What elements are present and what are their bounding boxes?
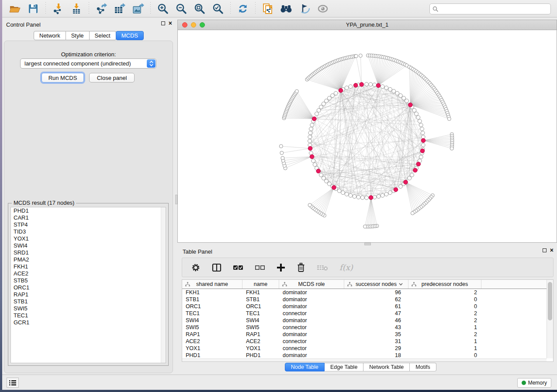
sort-chevron-icon[interactable] (399, 283, 403, 285)
search-field[interactable] (429, 3, 551, 14)
mcds-result-item[interactable]: STB5 (11, 277, 166, 284)
zoom-out-icon[interactable] (174, 2, 189, 16)
mcds-result-item[interactable]: TEC1 (11, 312, 166, 319)
zoom-window-icon[interactable] (200, 22, 205, 28)
table-row[interactable]: PHD1PHD1dominator180 (182, 352, 553, 359)
delete-column-icon[interactable] (297, 263, 305, 272)
network-leaf-node[interactable] (354, 54, 358, 58)
column-header-predecessor-nodes[interactable]: predecessor nodes (408, 280, 481, 289)
close-panel-icon[interactable]: × (169, 21, 172, 25)
select-all-checkboxes-icon[interactable] (233, 265, 243, 271)
table-cell[interactable]: connector (279, 345, 344, 352)
table-cell[interactable]: 0 (408, 303, 481, 310)
table-cell[interactable]: ACE2 (182, 338, 242, 345)
run-mcds-button[interactable]: Run MCDS (42, 73, 84, 83)
mcds-result-item[interactable]: RAP1 (11, 291, 166, 298)
table-cell[interactable]: STB1 (182, 296, 242, 303)
refresh-layout-icon[interactable] (235, 2, 250, 16)
table-row[interactable]: FKH1FKH1dominator962 (182, 289, 553, 296)
network-node[interactable] (421, 131, 425, 135)
mcds-result-item[interactable]: FKH1 (11, 263, 166, 270)
mcds-hub-node[interactable] (316, 169, 321, 173)
table-cell[interactable]: 35 (344, 331, 408, 338)
zoom-selected-icon[interactable] (211, 2, 225, 16)
network-canvas[interactable] (178, 30, 557, 242)
mcds-hub-node[interactable] (353, 83, 358, 88)
table-cell[interactable]: 2 (408, 289, 481, 296)
network-leaf-node[interactable] (411, 211, 414, 215)
network-node[interactable] (410, 173, 414, 177)
network-leaf-node[interactable] (280, 151, 284, 155)
close-panel-button[interactable]: Close panel (89, 73, 135, 83)
vertical-splitter-handle[interactable] (175, 195, 177, 204)
table-cell[interactable]: SWI5 (242, 324, 279, 331)
table-cell[interactable]: SWI4 (182, 317, 242, 324)
network-leaf-node[interactable] (281, 156, 284, 160)
zoom-fit-icon[interactable] (192, 2, 207, 16)
table-cell[interactable]: connector (279, 310, 344, 317)
table-cell[interactable]: STB1 (242, 296, 279, 303)
table-cell[interactable]: ORC1 (182, 303, 242, 310)
mcds-hub-node[interactable] (312, 117, 317, 121)
network-node[interactable] (353, 195, 356, 199)
network-node[interactable] (349, 85, 353, 89)
network-node[interactable] (415, 112, 419, 116)
table-cell[interactable]: SWI5 (182, 324, 242, 331)
network-node[interactable] (421, 143, 425, 147)
network-node[interactable] (325, 99, 329, 103)
network-node[interactable] (345, 192, 349, 196)
table-horizontal-scrollbar[interactable] (182, 358, 547, 361)
mcds-hub-node[interactable] (413, 168, 418, 172)
mcds-hub-node[interactable] (339, 88, 343, 93)
network-node[interactable] (345, 86, 349, 90)
network-node[interactable] (373, 83, 377, 87)
mcds-result-item[interactable]: SWI5 (11, 305, 166, 312)
table-cell[interactable]: 0 (408, 352, 481, 359)
table-cell[interactable]: FKH1 (242, 289, 279, 296)
table-cell[interactable]: 0 (408, 296, 481, 303)
network-node[interactable] (325, 179, 329, 183)
table-cell[interactable]: PHD1 (242, 352, 279, 359)
table-cell[interactable]: YOX1 (242, 345, 279, 352)
network-node[interactable] (334, 91, 338, 95)
network-node[interactable] (377, 195, 381, 199)
network-node[interactable] (388, 87, 392, 91)
network-node[interactable] (412, 108, 416, 112)
table-row[interactable]: SWI4SWI4dominator462 (182, 317, 553, 324)
delete-table-icon[interactable] (317, 264, 328, 271)
mcds-result-item[interactable]: GCR1 (11, 319, 166, 326)
network-node[interactable] (327, 96, 331, 100)
table-cell[interactable]: 2 (408, 310, 481, 317)
network-node[interactable] (308, 139, 312, 143)
table-cell[interactable]: dominator (279, 303, 344, 310)
network-node[interactable] (319, 173, 323, 177)
network-node[interactable] (418, 119, 422, 123)
mcds-hub-node[interactable] (310, 155, 314, 159)
column-header-successor-nodes[interactable]: successor nodes (344, 280, 408, 289)
network-leaf-node[interactable] (295, 89, 298, 93)
table-cell[interactable]: SWI4 (242, 317, 279, 324)
open-session-icon[interactable] (7, 2, 22, 16)
tab-network-table[interactable]: Network Table (363, 363, 410, 371)
add-column-icon[interactable] (277, 263, 285, 272)
network-node[interactable] (356, 195, 360, 199)
network-node[interactable] (373, 195, 377, 199)
table-cell[interactable]: dominator (279, 317, 344, 324)
first-neighbors-icon[interactable] (279, 2, 294, 16)
column-header-mcds-role[interactable]: MCDS role (279, 280, 344, 289)
split-panel-icon[interactable] (212, 263, 221, 272)
tab-style[interactable]: Style (66, 31, 90, 40)
table-options-gear-icon[interactable] (191, 263, 201, 272)
mcds-hub-node[interactable] (332, 186, 336, 190)
mcds-result-item[interactable]: ORC1 (11, 284, 166, 291)
table-cell[interactable]: RAP1 (182, 331, 242, 338)
network-node[interactable] (381, 193, 384, 197)
network-node[interactable] (388, 191, 392, 195)
tab-motifs[interactable]: Motifs (410, 363, 436, 371)
mcds-result-item[interactable]: PMA2 (11, 256, 166, 263)
network-node[interactable] (313, 163, 317, 167)
network-node[interactable] (310, 123, 314, 127)
table-row[interactable]: RAP1RAP1dominator352 (182, 331, 553, 338)
table-cell[interactable]: 18 (344, 352, 408, 359)
network-node[interactable] (317, 108, 321, 112)
